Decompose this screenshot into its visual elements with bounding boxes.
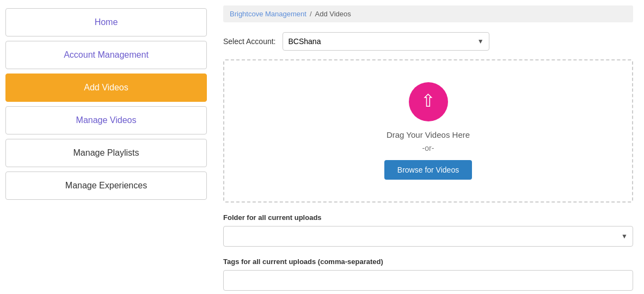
sidebar-item-manage-experiences[interactable]: Manage Experiences bbox=[5, 171, 207, 200]
sidebar-item-account-management[interactable]: Account Management bbox=[5, 41, 207, 69]
tags-section: Tags for all current uploads (comma-sepa… bbox=[223, 258, 633, 291]
upload-arrow-icon: ⇧ bbox=[421, 92, 436, 109]
sidebar-item-home[interactable]: Home bbox=[5, 8, 207, 36]
tags-input[interactable] bbox=[223, 270, 633, 291]
select-account-row: Select Account: BCShana ▼ bbox=[223, 32, 633, 51]
breadcrumb-separator: / bbox=[310, 10, 312, 18]
browse-videos-button[interactable]: Browse for Videos bbox=[384, 160, 472, 180]
folder-select[interactable] bbox=[223, 226, 633, 247]
breadcrumb: Brightcove Management / Add Videos bbox=[223, 5, 633, 22]
main-content: Brightcove Management / Add Videos Selec… bbox=[212, 0, 644, 294]
folder-select-wrapper: ▼ bbox=[223, 226, 633, 247]
tags-label: Tags for all current uploads (comma-sepa… bbox=[223, 258, 633, 266]
upload-icon-circle: ⇧ bbox=[409, 82, 448, 121]
account-select[interactable]: BCShana bbox=[283, 32, 489, 51]
sidebar: Home Account Management Add Videos Manag… bbox=[0, 0, 212, 294]
or-text: -or- bbox=[422, 144, 434, 152]
sidebar-item-manage-playlists[interactable]: Manage Playlists bbox=[5, 139, 207, 167]
sidebar-item-add-videos[interactable]: Add Videos bbox=[5, 74, 207, 102]
account-select-wrapper: BCShana ▼ bbox=[283, 32, 489, 51]
drag-text: Drag Your Videos Here bbox=[387, 130, 470, 139]
select-account-label: Select Account: bbox=[223, 37, 276, 46]
sidebar-item-manage-videos[interactable]: Manage Videos bbox=[5, 106, 207, 134]
folder-section: Folder for all current uploads ▼ bbox=[223, 213, 633, 247]
folder-label: Folder for all current uploads bbox=[223, 213, 633, 222]
breadcrumb-current: Add Videos bbox=[315, 10, 351, 18]
drop-zone[interactable]: ⇧ Drag Your Videos Here -or- Browse for … bbox=[223, 59, 633, 203]
breadcrumb-parent[interactable]: Brightcove Management bbox=[230, 10, 306, 18]
